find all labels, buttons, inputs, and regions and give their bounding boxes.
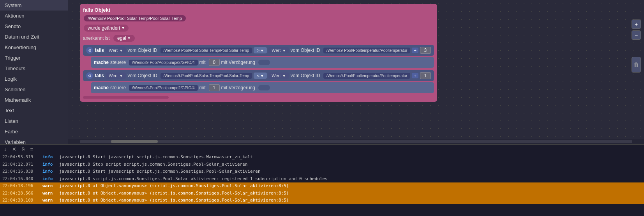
outer-path-pill[interactable]: /Wemos9-Pool/Pool-Solar-Temp/Pool-Solar-…	[84, 15, 186, 21]
falls-label-2: falls	[95, 73, 104, 78]
wert-pill-1b[interactable]: Wert	[268, 47, 289, 53]
log-line: 22:04:12.071infojavascript.0 Stop script…	[0, 161, 644, 168]
path-pill-2a[interactable]: /Wemos9-Pool/Pool-Solar-Temp/Pool-Solar-…	[161, 73, 252, 79]
sidebar-item-sendto[interactable]: Sendto	[0, 21, 68, 32]
log-time: 22:04:12.071	[2, 161, 39, 168]
mache-label-1: mache	[94, 60, 109, 65]
plus-dropdown-2[interactable]: +	[412, 73, 418, 78]
operator-btn-2[interactable]: <	[254, 73, 267, 79]
log-message: javascript.0 Stop script script.js.commo…	[59, 161, 642, 168]
ack-value-pill[interactable]: egal	[113, 35, 135, 42]
log-time: 22:04:16.039	[2, 168, 39, 175]
log-level: warn	[42, 197, 56, 204]
sidebar-item-text[interactable]: Text	[0, 105, 68, 116]
verzoegerung-toggle-2[interactable]	[258, 85, 270, 90]
condition-pill[interactable]: wurde geändert	[84, 25, 129, 32]
sidebar: SystemAktionenSendtoDatum und ZeitKonver…	[0, 0, 68, 144]
log-download-icon[interactable]: ↓	[2, 145, 8, 153]
log-time: 22:04:18.196	[2, 183, 39, 189]
log-lines: 22:04:53.319infojavascript.0 Start javas…	[0, 154, 644, 216]
outer-block: falls Objekt /Wemos9-Pool/Pool-Solar-Tem…	[80, 4, 437, 102]
mache-block-2: mache steuere /Wemos9-Pool/Poolpumpe2/GP…	[91, 82, 434, 93]
sidebar-item-logik[interactable]: Logik	[0, 74, 68, 84]
falls-label-1: falls	[95, 48, 104, 53]
wert-pill-2a[interactable]: Wert	[106, 73, 126, 79]
zoom-in-button[interactable]: +	[632, 19, 641, 29]
sidebar-item-konvertierung[interactable]: Konvertierung	[0, 42, 68, 53]
outer-block-header: falls Objekt	[83, 7, 434, 13]
plus-dropdown-1[interactable]: +	[412, 48, 418, 53]
sidebar-item-trigger[interactable]: Trigger	[0, 53, 68, 63]
path-pill-2b[interactable]: /Wemos9-Pool/Pooltemperatur/Pooltemperat…	[323, 73, 411, 79]
gear-icon-2[interactable]: ⚙	[86, 72, 93, 79]
sidebar-item-datum-und-zeit[interactable]: Datum und Zeit	[0, 32, 68, 42]
mache-label-2: mache	[94, 85, 109, 90]
path-pill-1b[interactable]: /Wemos9-Pool/Pooltemperatur/Pooltemperat…	[323, 48, 411, 53]
mit-label-1: mit	[199, 60, 206, 65]
vom-obj-label-2b: vom Objekt ID	[291, 73, 320, 78]
log-level: info	[42, 168, 56, 175]
log-level: info	[42, 161, 56, 168]
mit-label-2: mit	[199, 85, 206, 90]
steuere-label-1: steuere	[110, 60, 126, 65]
log-message: javascript.0 Start javascript script.js.…	[59, 168, 642, 175]
mache-block-1: mache steuere /Wemos9-Pool/Poolpumpe2/GP…	[91, 57, 434, 68]
vom-obj-label-1b: vom Objekt ID	[291, 48, 320, 53]
number-input-1[interactable]	[420, 47, 431, 54]
log-panel: ↓ ✕ ⎘ ≡ 22:04:53.319infojavascript.0 Sta…	[0, 144, 644, 216]
steuere-value-1[interactable]	[209, 59, 220, 66]
ack-label: anerkannt ist	[83, 35, 110, 41]
log-list-icon[interactable]: ≡	[29, 145, 35, 153]
log-copy-icon[interactable]: ⎘	[20, 145, 26, 153]
trash-button[interactable]: 🗑	[632, 57, 641, 73]
sidebar-item-system[interactable]: System	[0, 0, 68, 11]
sidebar-item-variablen[interactable]: Variablen	[0, 137, 68, 144]
steuere-value-2[interactable]	[209, 84, 220, 91]
if-block-2: ⚙ falls Wert vom Objekt ID /Wemos9-Pool/…	[83, 70, 434, 81]
log-level: warn	[42, 183, 56, 189]
gear-icon-1[interactable]: ⚙	[86, 47, 93, 54]
log-message: javascript.0 at Object.<anonymous> (scri…	[59, 197, 642, 204]
wert-pill-1a[interactable]: Wert	[106, 47, 126, 53]
block-container: falls Objekt /Wemos9-Pool/Pool-Solar-Tem…	[80, 4, 437, 102]
path-pill-1a[interactable]: /Wemos9-Pool/Pool-Solar-Temp/Pool-Solar-…	[161, 48, 252, 53]
sidebar-item-mathematik[interactable]: Mathematik	[0, 95, 68, 105]
log-time: 22:04:16.040	[2, 176, 39, 182]
log-time: 22:04:28.566	[2, 190, 39, 197]
number-input-2[interactable]	[420, 72, 431, 79]
log-line: 22:04:53.319infojavascript.0 Start javas…	[0, 154, 644, 161]
log-line: 22:04:18.196warnjavascript.0 at Object.<…	[0, 182, 644, 190]
log-level: warn	[42, 190, 56, 197]
log-message: javascript.0 script.js.common.Sonstiges.…	[59, 176, 642, 182]
steuere-path-2[interactable]: /Wemos9-Pool/Poolpumpe2/GPIO/4	[129, 85, 198, 91]
steuere-path-1[interactable]: /Wemos9-Pool/Poolpumpe2/GPIO/4	[129, 60, 198, 66]
wert-pill-2b[interactable]: Wert	[268, 73, 289, 79]
vom-obj-label-2a: vom Objekt ID	[127, 73, 157, 78]
log-time: 22:04:53.319	[2, 154, 39, 161]
sidebar-item-listen[interactable]: Listen	[0, 116, 68, 126]
sidebar-item-aktionen[interactable]: Aktionen	[0, 11, 68, 21]
zoom-controls: + − 🗑	[632, 19, 641, 73]
log-line: 22:04:16.040infojavascript.0 script.js.c…	[0, 175, 644, 183]
log-message: javascript.0 Start javascript script.js.…	[59, 154, 642, 161]
vom-obj-label-1a: vom Objekt ID	[127, 48, 157, 53]
log-line: 22:04:16.039infojavascript.0 Start javas…	[0, 168, 644, 175]
if-block-1: ⚙ falls Wert vom Objekt ID /Wemos9-Pool/…	[83, 45, 434, 56]
verzoegerung-label-1: mit Verzögerung	[221, 60, 255, 65]
log-level: info	[42, 154, 56, 161]
steuere-label-2: steuere	[110, 85, 126, 90]
log-time: 22:04:38.109	[2, 197, 39, 204]
verzoegerung-toggle-1[interactable]	[258, 60, 270, 65]
zoom-out-button[interactable]: −	[632, 30, 641, 40]
sidebar-item-farbe[interactable]: Farbe	[0, 126, 68, 137]
log-clear-icon[interactable]: ✕	[11, 145, 18, 153]
log-level: info	[42, 176, 56, 182]
canvas-area[interactable]: falls Objekt /Wemos9-Pool/Pool-Solar-Tem…	[68, 0, 644, 144]
log-toolbar: ↓ ✕ ⎘ ≡	[0, 145, 644, 154]
sidebar-item-schleifen[interactable]: Schleifen	[0, 84, 68, 95]
operator-btn-1[interactable]: >	[254, 47, 267, 53]
log-line: 22:04:38.109warnjavascript.0 at Object.<…	[0, 197, 644, 204]
log-message: javascript.0 at Object.<anonymous> (scri…	[59, 190, 642, 197]
log-message: javascript.0 at Object.<anonymous> (scri…	[59, 183, 642, 189]
sidebar-item-timeouts[interactable]: Timeouts	[0, 63, 68, 74]
